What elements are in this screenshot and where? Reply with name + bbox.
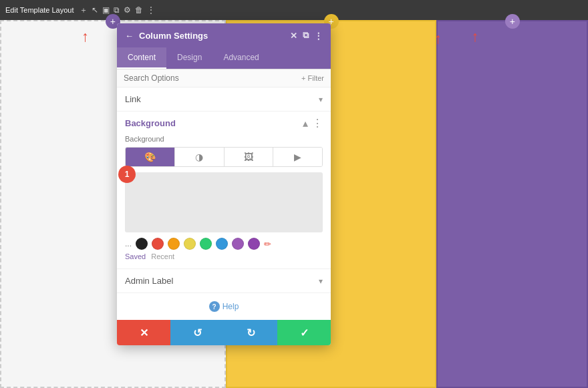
toolbar-title: Edit Template Layout bbox=[5, 6, 74, 14]
copy-icon[interactable]: ⧉ bbox=[114, 5, 120, 15]
background-type-tabs: 🎨 ◑ 🖼 ▶ bbox=[125, 147, 323, 167]
bg-collapse-icon[interactable]: ▴ bbox=[303, 117, 308, 130]
tab-content[interactable]: Content bbox=[117, 47, 166, 69]
background-label: Background bbox=[125, 118, 176, 128]
expand-icon[interactable]: ⧉ bbox=[303, 30, 309, 41]
menu-icon[interactable]: ⋮ bbox=[147, 5, 155, 15]
modal-title: Column Settings bbox=[139, 31, 208, 41]
color-picker-area[interactable]: 1 bbox=[125, 172, 323, 232]
modal-tabs: Content Design Advanced bbox=[117, 47, 331, 69]
background-title: Background bbox=[125, 118, 176, 128]
modal-body: Link ▾ Background ▴ ⋮ Background � bbox=[117, 87, 331, 320]
color-swatches: ... ✏ bbox=[125, 238, 323, 250]
filter-label: + Filter bbox=[301, 74, 324, 82]
cancel-icon: ✕ bbox=[140, 327, 148, 339]
bg-type-image[interactable]: 🖼 bbox=[225, 148, 274, 166]
undo-button[interactable]: ↺ bbox=[170, 320, 224, 345]
swatch-red[interactable] bbox=[152, 238, 164, 250]
background-header-right: ▴ ⋮ bbox=[303, 117, 323, 130]
more-swatches-button[interactable]: ... bbox=[125, 239, 132, 248]
more-icon[interactable]: ⋮ bbox=[314, 31, 323, 41]
help-button[interactable]: ? Help bbox=[209, 301, 239, 312]
layout-area: + ↑ + + ↑ ↑ ← Column Settings ✕ ⧉ ⋮ Co bbox=[0, 20, 588, 388]
red-arrow-right: ↑ bbox=[471, 28, 478, 45]
link-label: Link bbox=[125, 94, 141, 104]
red-arrow-far-right: ↑ bbox=[434, 30, 442, 47]
swatch-labels: Saved Recent bbox=[125, 252, 323, 260]
search-input[interactable] bbox=[124, 73, 301, 83]
filter-button[interactable]: + Filter bbox=[301, 74, 324, 82]
frame-icon[interactable]: ▣ bbox=[102, 5, 110, 15]
swatch-purple-light[interactable] bbox=[232, 238, 244, 250]
tab-advanced[interactable]: Advanced bbox=[212, 47, 269, 69]
red-arrow-left: ↑ bbox=[82, 28, 89, 45]
link-arrow-icon: ▾ bbox=[319, 95, 323, 104]
column-settings-modal: ← Column Settings ✕ ⧉ ⋮ Content Design A… bbox=[117, 23, 331, 345]
swatch-green[interactable] bbox=[200, 238, 212, 250]
minimize-icon[interactable]: ✕ bbox=[290, 31, 297, 41]
step-badge: 1 bbox=[118, 166, 136, 183]
admin-label: Admin Label bbox=[125, 276, 173, 286]
back-icon[interactable]: ← bbox=[125, 31, 134, 41]
settings-icon[interactable]: ⚙ bbox=[124, 5, 131, 15]
bg-type-video[interactable]: ▶ bbox=[273, 148, 322, 166]
cursor-icon[interactable]: ↖ bbox=[92, 5, 98, 15]
background-sub-label: Background bbox=[125, 135, 323, 143]
swatch-black[interactable] bbox=[136, 238, 148, 250]
swatch-yellow[interactable] bbox=[184, 238, 196, 250]
help-label: Help bbox=[223, 302, 239, 311]
pen-icon[interactable]: ✏ bbox=[264, 239, 271, 249]
swatch-blue[interactable] bbox=[216, 238, 228, 250]
trash-icon[interactable]: 🗑 bbox=[135, 5, 143, 15]
modal-footer: ✕ ↺ ↻ ✓ bbox=[117, 320, 331, 345]
recent-label[interactable]: Recent bbox=[151, 252, 174, 260]
link-section[interactable]: Link ▾ bbox=[117, 87, 331, 112]
undo-icon: ↺ bbox=[193, 327, 202, 339]
background-section-header: Background ▴ ⋮ bbox=[125, 117, 323, 130]
modal-header: ← Column Settings ✕ ⧉ ⋮ bbox=[117, 23, 331, 47]
background-section: Background ▴ ⋮ Background 🎨 ◑ 🖼 ▶ bbox=[117, 112, 331, 269]
bg-type-color[interactable]: 🎨 bbox=[126, 148, 175, 166]
redo-icon: ↻ bbox=[247, 327, 255, 339]
modal-header-left: ← Column Settings bbox=[125, 31, 208, 41]
confirm-button[interactable]: ✓ bbox=[277, 320, 331, 345]
help-icon: ? bbox=[209, 301, 220, 312]
swatch-purple-dark[interactable] bbox=[248, 238, 260, 250]
top-toolbar: Edit Template Layout ＋ ↖ ▣ ⧉ ⚙ 🗑 ⋮ bbox=[0, 0, 588, 20]
plus-icon[interactable]: ＋ bbox=[80, 5, 88, 16]
bg-more-icon[interactable]: ⋮ bbox=[312, 117, 323, 130]
help-row: ? Help bbox=[117, 293, 331, 320]
toolbar-icons: ＋ ↖ ▣ ⧉ ⚙ 🗑 ⋮ bbox=[80, 5, 155, 16]
add-col-right-button[interactable]: + bbox=[505, 14, 520, 29]
confirm-icon: ✓ bbox=[300, 327, 309, 339]
admin-arrow-icon: ▾ bbox=[319, 276, 323, 286]
tab-design[interactable]: Design bbox=[166, 47, 212, 69]
swatch-orange[interactable] bbox=[168, 238, 180, 250]
cancel-button[interactable]: ✕ bbox=[117, 320, 170, 345]
bg-type-gradient[interactable]: ◑ bbox=[175, 148, 225, 166]
right-column: + ↑ bbox=[436, 20, 588, 388]
admin-label-section[interactable]: Admin Label ▾ bbox=[117, 269, 331, 293]
search-bar: + Filter bbox=[117, 69, 331, 87]
saved-label[interactable]: Saved bbox=[125, 252, 146, 260]
redo-button[interactable]: ↻ bbox=[224, 320, 277, 345]
modal-header-icons: ✕ ⧉ ⋮ bbox=[290, 30, 323, 41]
